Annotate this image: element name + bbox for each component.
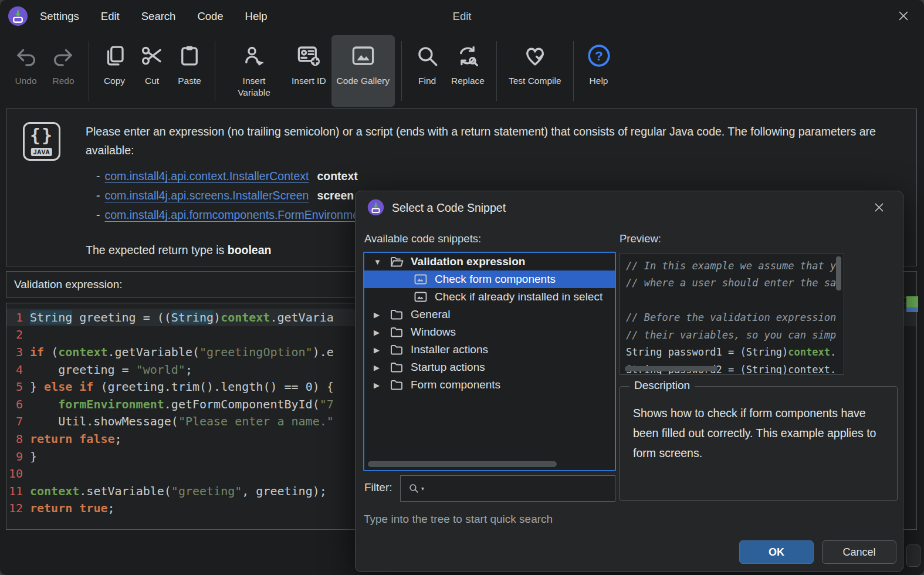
search-options-caret-icon[interactable]: ▾: [421, 485, 424, 492]
tree-item-label: General: [411, 308, 451, 321]
tree-expander[interactable]: ▶: [374, 381, 390, 390]
help-icon: ?: [587, 43, 611, 68]
tree-item-windows[interactable]: ▶Windows: [364, 323, 615, 341]
toolbar-label: Cut: [145, 75, 159, 87]
toolbar-replace[interactable]: Replace: [446, 35, 490, 107]
preview-label: Preview:: [620, 232, 661, 245]
folder-icon: [390, 378, 405, 392]
preview-pane[interactable]: // In this example we assume that y// wh…: [620, 253, 844, 375]
snippet-icon: [414, 272, 429, 286]
background-button-sliver: [906, 544, 920, 567]
tree-item-label: Windows: [411, 326, 456, 339]
line-number: 9: [6, 449, 30, 464]
param-class-link[interactable]: com.install4j.api.screens.InstallerScree…: [105, 189, 309, 202]
toolbar-copy[interactable]: Copy: [96, 35, 133, 107]
preview-vertical-scrollbar[interactable]: [836, 256, 841, 290]
dialog-title: Select a Code Snippet: [392, 201, 506, 215]
toolbar-help[interactable]: ?Help: [580, 35, 618, 107]
tree-expander[interactable]: ▶: [374, 328, 390, 337]
toolbar-label: Replace: [451, 75, 485, 87]
toolbar: UndoRedoCopyCutPasteInsert VariableInser…: [0, 33, 924, 107]
toolbar-label: Redo: [52, 75, 74, 87]
tree-item-form-components[interactable]: ▶Form components: [364, 376, 615, 394]
insert-id-icon: [296, 43, 321, 68]
toolbar-paste[interactable]: Paste: [171, 35, 208, 107]
code-text: if (context.getVariable("greetingOption"…: [30, 345, 334, 359]
cancel-button[interactable]: Cancel: [822, 540, 896, 564]
tree-item-general[interactable]: ▶General: [364, 306, 615, 323]
window-close-icon[interactable]: [897, 9, 910, 22]
tree-item-check-form-components[interactable]: Check form components: [364, 270, 615, 288]
editor-label: Validation expression:: [14, 278, 122, 291]
screen: SettingsEditSearchCodeHelp Edit UndoRedo…: [0, 0, 924, 575]
line-number: 7: [6, 414, 30, 428]
line-number: 12: [6, 501, 30, 515]
toolbar-redo[interactable]: Redo: [45, 35, 82, 107]
toolbar-separator: [89, 41, 89, 101]
find-icon: [415, 43, 439, 68]
snippet-tree-rows: ▼Validation expressionCheck form compone…: [364, 253, 615, 394]
code-text: } else if (greeting.trim().length() == 0…: [30, 380, 334, 394]
cut-icon: [140, 43, 164, 68]
line-number: 10: [6, 466, 30, 481]
toolbar-insert-variable[interactable]: Insert Variable: [222, 35, 286, 107]
toolbar-undo[interactable]: Undo: [7, 35, 45, 107]
tree-horizontal-scrollbar[interactable]: [368, 461, 557, 467]
tree-expander[interactable]: ▶: [374, 363, 390, 372]
tree-item-check-if-already-installed-in-select[interactable]: Check if already installed in select: [364, 288, 615, 306]
tree-item-startup-actions[interactable]: ▶Startup actions: [364, 358, 615, 376]
tree-expander[interactable]: ▼: [374, 258, 390, 266]
line-number: 11: [6, 484, 30, 498]
code-text: formEnvironment.getFormComponentById("7: [30, 397, 334, 411]
preview-line: // Before the validation expression: [626, 309, 838, 327]
toolbar-find[interactable]: Find: [408, 35, 446, 107]
param-dash: -: [96, 189, 100, 202]
toolbar-cut[interactable]: Cut: [133, 35, 171, 107]
toolbar-label: Code Gallery: [337, 75, 390, 87]
toolbar-label: Copy: [104, 75, 125, 87]
toolbar-label: Undo: [15, 75, 36, 87]
preview-line: // where a user should enter the sa: [626, 275, 838, 292]
code-text: greeting = "world";: [30, 363, 192, 377]
redo-icon: [51, 43, 76, 68]
folder-icon: [390, 360, 405, 374]
ok-button[interactable]: OK: [739, 540, 814, 564]
snippet-tree[interactable]: ▼Validation expressionCheck form compone…: [363, 252, 616, 471]
preview-horizontal-scrollbar[interactable]: [625, 366, 717, 371]
tree-item-validation-expression[interactable]: ▼Validation expression: [364, 253, 615, 270]
undo-icon: [13, 43, 38, 68]
quick-search-hint: Type into the tree to start quick search: [364, 513, 553, 526]
code-text: String greeting = ((String)context.getVa…: [30, 310, 334, 324]
tree-expander[interactable]: ▶: [374, 310, 390, 319]
snippet-icon: [414, 290, 429, 304]
tree-item-label: Validation expression: [411, 255, 525, 268]
preview-line: String password1 = (String)context.: [626, 344, 838, 361]
code-text: return false;: [30, 432, 122, 446]
description-title: Description: [629, 379, 695, 392]
tree-expander[interactable]: ▶: [374, 346, 390, 354]
paste-icon: [177, 43, 202, 68]
toolbar-code-gallery[interactable]: Code Gallery: [331, 35, 395, 107]
line-number: 3: [6, 345, 30, 359]
code-snippet-dialog: Select a Code Snippet Available code sni…: [355, 191, 903, 572]
filter-input[interactable]: ▾: [400, 475, 615, 502]
folder-open-icon: [390, 255, 405, 269]
toolbar-insert-id[interactable]: Insert ID: [286, 35, 331, 107]
dialog-app-icon: [367, 199, 384, 216]
toolbar-separator: [573, 41, 574, 101]
code-text: return true;: [30, 501, 115, 515]
param-item: -com.install4j.api.context.InstallerCont…: [96, 167, 895, 186]
tree-item-label: Check form components: [435, 273, 556, 286]
folder-icon: [390, 307, 405, 322]
param-class-link[interactable]: com.install4j.api.formcomponents.FormEnv…: [105, 208, 369, 221]
tree-item-installer-actions[interactable]: ▶Installer actions: [364, 341, 615, 358]
toolbar-test-compile[interactable]: Test Compile: [503, 35, 567, 107]
param-class-link[interactable]: com.install4j.api.context.InstallerConte…: [105, 170, 309, 182]
copy-icon: [102, 43, 127, 68]
param-name: screen: [317, 189, 354, 202]
window-title: Edit: [0, 0, 924, 32]
code-gallery-icon: [351, 43, 375, 68]
search-icon[interactable]: [408, 483, 420, 495]
dialog-close-icon[interactable]: [873, 201, 885, 214]
tree-item-label: Check if already installed in select: [435, 290, 603, 303]
